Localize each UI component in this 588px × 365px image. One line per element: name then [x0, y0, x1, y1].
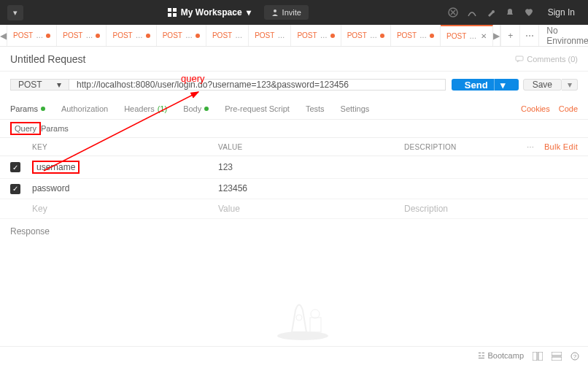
placeholder-key[interactable]: Key — [32, 204, 218, 214]
placeholder-description[interactable]: Description — [404, 204, 578, 214]
cookies-link[interactable]: Cookies — [521, 104, 550, 113]
method-selector[interactable]: POST ▾ — [10, 79, 69, 91]
request-tabs: Params Authorization Headers (1) Body Pr… — [0, 98, 588, 120]
tab-params[interactable]: Params — [10, 104, 45, 113]
url-bar: POST ▾ http://localhost:8080/user/login.… — [0, 72, 588, 98]
tab-method: POST — [255, 31, 274, 39]
checkbox[interactable]: ✓ — [10, 184, 20, 194]
tab-method: POST — [13, 31, 33, 39]
svg-rect-15 — [533, 352, 537, 361]
tab-scroll-right[interactable]: ▶ — [493, 25, 500, 46]
header-value: VALUE — [218, 143, 404, 151]
tab-options-button[interactable]: ⋯ — [519, 25, 538, 46]
request-tab[interactable]: POST… — [341, 25, 391, 46]
svg-rect-16 — [538, 352, 543, 361]
comments-button[interactable]: Comments (0) — [515, 55, 578, 64]
ellipsis-icon[interactable]: ⋯ — [505, 143, 534, 151]
header-key: KEY — [32, 143, 218, 151]
tab-ellipsis: … — [185, 31, 193, 39]
svg-rect-3 — [173, 13, 177, 17]
svg-point-4 — [274, 9, 276, 12]
svg-rect-9 — [516, 56, 523, 61]
tab-settings[interactable]: Settings — [341, 104, 370, 113]
panes-bottom-icon[interactable] — [552, 352, 562, 361]
tab-scroll-left[interactable]: ◀ — [0, 25, 7, 46]
save-button[interactable]: Save — [523, 79, 562, 91]
svg-text:?: ? — [573, 353, 577, 360]
svg-rect-2 — [168, 13, 171, 17]
app-header: ▾ My Workspace ▾ Invite Sign In — [0, 0, 588, 25]
unsaved-dot-icon — [146, 34, 150, 38]
tab-method: POST — [112, 31, 132, 39]
param-key-cell[interactable]: username — [32, 161, 218, 174]
query-label-boxed: Query — [10, 122, 41, 135]
request-tab[interactable]: POST… — [157, 25, 206, 46]
tab-authorization[interactable]: Authorization — [61, 104, 108, 113]
sync-icon[interactable] — [447, 7, 459, 18]
unsaved-dot-icon — [196, 34, 200, 38]
request-tab[interactable]: POST…✕ — [441, 25, 493, 46]
heart-icon[interactable] — [523, 7, 535, 18]
tab-ellipsis: … — [36, 31, 43, 39]
tab-body[interactable]: Body — [183, 104, 209, 113]
panes-icon[interactable] — [533, 352, 543, 361]
send-button[interactable]: Send ▾ — [452, 79, 519, 91]
request-tab[interactable]: POST… — [57, 25, 107, 46]
tab-ellipsis: … — [235, 31, 242, 39]
signin-button[interactable]: Sign In — [542, 4, 581, 20]
url-input[interactable]: http://localhost:8080/user/login.do?user… — [69, 79, 446, 91]
new-tab-button[interactable]: + — [500, 25, 519, 46]
code-link[interactable]: Code — [559, 104, 578, 113]
params-row-placeholder[interactable]: Key Value Description — [0, 199, 588, 219]
placeholder-value[interactable]: Value — [218, 204, 404, 214]
invite-button[interactable]: Invite — [264, 5, 309, 20]
new-button[interactable]: ▾ — [7, 5, 23, 20]
tab-method: POST — [63, 31, 82, 39]
request-tab[interactable]: POST… — [291, 25, 341, 46]
checkbox[interactable]: ✓ — [10, 162, 20, 172]
unsaved-dot-icon — [96, 34, 100, 38]
send-label: Send — [465, 80, 488, 91]
wrench-icon[interactable] — [485, 7, 497, 18]
rocket-illustration — [270, 292, 336, 343]
svg-rect-12 — [310, 318, 321, 332]
caret-down-icon: ▾ — [247, 7, 251, 18]
tab-ellipsis: … — [320, 31, 328, 39]
plus-icon: ▾ — [13, 8, 18, 18]
param-key-cell[interactable]: password — [32, 183, 218, 193]
request-tab[interactable]: POST… — [391, 25, 441, 46]
save-caret-button[interactable]: ▾ — [562, 79, 578, 91]
send-caret-icon[interactable]: ▾ — [494, 79, 506, 91]
close-tab-icon[interactable]: ✕ — [481, 32, 487, 40]
environment-selector[interactable]: No Environment — [539, 26, 588, 46]
header-description: DESCRIPTION — [404, 143, 505, 151]
tab-headers[interactable]: Headers (1) — [124, 104, 167, 113]
comment-icon — [515, 55, 524, 64]
svg-point-13 — [311, 310, 320, 318]
person-icon — [271, 9, 279, 16]
annotation-label: query — [181, 73, 205, 84]
bootcamp-button[interactable]: ☳ Bootcamp — [478, 351, 524, 361]
workspace-selector[interactable]: My Workspace ▾ — [162, 4, 257, 20]
tab-method: POST — [446, 32, 466, 40]
param-value-cell[interactable]: 123 — [218, 162, 404, 172]
param-value-cell[interactable]: 123456 — [218, 183, 404, 193]
tab-strip: ◀ POST…POST…POST…POST…POST…POST…POST…POS… — [0, 25, 588, 47]
unsaved-dot-icon — [330, 34, 335, 38]
request-title[interactable]: Untitled Request — [10, 53, 86, 65]
bulk-edit-link[interactable]: Bulk Edit — [534, 142, 578, 151]
satellite-icon[interactable] — [466, 7, 478, 18]
request-tab[interactable]: POST… — [206, 25, 249, 46]
params-label: Params — [41, 124, 69, 133]
request-tab[interactable]: POST… — [249, 25, 291, 46]
unsaved-dot-icon — [46, 34, 50, 38]
request-tab[interactable]: POST… — [7, 25, 57, 46]
tab-method: POST — [163, 31, 182, 39]
tab-prerequest[interactable]: Pre-request Script — [225, 104, 290, 113]
tab-method: POST — [347, 31, 367, 39]
tab-tests[interactable]: Tests — [306, 104, 325, 113]
help-icon[interactable]: ? — [570, 352, 579, 361]
request-tab[interactable]: POST… — [107, 25, 156, 46]
dot-indicator — [41, 107, 45, 111]
bell-icon[interactable] — [504, 7, 516, 18]
